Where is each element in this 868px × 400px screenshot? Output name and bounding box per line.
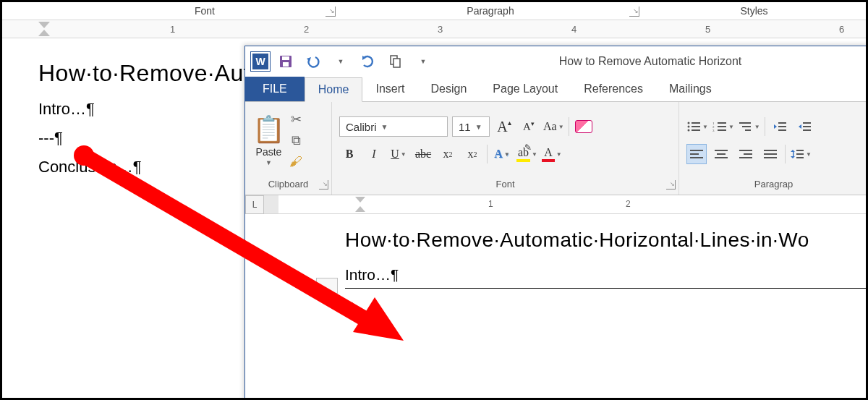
fg-ruler-row: L 1 2 bbox=[245, 195, 868, 214]
font-name-combo[interactable]: Calibri▼ bbox=[339, 116, 448, 137]
bullets-button[interactable]: ▼ bbox=[686, 116, 708, 137]
svg-rect-33 bbox=[744, 153, 752, 155]
svg-rect-29 bbox=[715, 150, 728, 151]
dialog-launcher-icon[interactable]: ↘ bbox=[666, 180, 676, 190]
justify-button[interactable] bbox=[760, 144, 780, 164]
tab-design[interactable]: Design bbox=[418, 77, 480, 101]
svg-rect-18 bbox=[742, 126, 751, 127]
title-bar: W ▼ ▼ How to Remove Automatic Horizont bbox=[245, 46, 868, 77]
highlight-button[interactable]: ab ✎▼ bbox=[516, 144, 537, 164]
ribbon-tabs: FILE Home Insert Design Page Layout Refe… bbox=[245, 77, 868, 101]
svg-rect-39 bbox=[796, 150, 804, 151]
superscript-button[interactable]: x2 bbox=[462, 144, 482, 164]
shrink-font-button[interactable]: A▾ bbox=[519, 116, 539, 137]
svg-rect-8 bbox=[692, 126, 700, 127]
svg-rect-2 bbox=[283, 62, 289, 67]
word-app-icon[interactable]: W bbox=[251, 52, 270, 71]
numbering-button[interactable]: 123▼ bbox=[712, 116, 734, 137]
fg-doc-heading[interactable]: How·to·Remove·Automatic·Horizontal·Lines… bbox=[345, 229, 868, 252]
ruler-tick: 2 bbox=[304, 24, 309, 35]
group-clipboard: 📋 Paste ▼ ✂ ⧉ 🖌 Clipboard↘ bbox=[245, 102, 332, 195]
first-line-indent-marker[interactable] bbox=[38, 22, 50, 28]
fg-document-canvas[interactable]: How·to·Remove·Automatic·Horizontal·Lines… bbox=[245, 216, 868, 400]
hanging-indent-marker[interactable] bbox=[38, 30, 50, 36]
ruler-tick: 1 bbox=[488, 199, 493, 209]
undo-dropdown-icon[interactable]: ▼ bbox=[329, 50, 352, 73]
tab-file[interactable]: FILE bbox=[245, 77, 305, 101]
bg-horizontal-ruler[interactable]: 1 2 3 4 5 6 bbox=[2, 20, 866, 38]
paste-icon[interactable]: 📋 bbox=[252, 114, 285, 145]
cut-icon[interactable]: ✂ bbox=[291, 111, 302, 127]
fg-doc-line-blank[interactable]: ¶ bbox=[345, 299, 868, 316]
svg-rect-14 bbox=[718, 126, 726, 127]
text-effects-button[interactable]: A▼ bbox=[492, 144, 512, 164]
tab-insert[interactable]: Insert bbox=[362, 77, 417, 101]
ruler-tick: 6 bbox=[839, 24, 844, 35]
increase-indent-button[interactable] bbox=[794, 116, 814, 137]
dialog-launcher-icon[interactable]: ↘ bbox=[629, 7, 639, 17]
fg-doc-line-intro[interactable]: Intro…¶ bbox=[345, 266, 868, 284]
paste-dropdown-icon[interactable]: ▼ bbox=[265, 159, 272, 166]
format-painter-icon[interactable]: 🖌 bbox=[289, 154, 302, 169]
multilevel-list-button[interactable]: ▼ bbox=[739, 116, 760, 137]
align-left-button[interactable] bbox=[686, 144, 707, 164]
dialog-launcher-icon[interactable]: ↘ bbox=[319, 180, 328, 190]
svg-rect-27 bbox=[690, 153, 699, 155]
svg-rect-35 bbox=[764, 150, 777, 151]
underline-button[interactable]: U▼ bbox=[388, 144, 409, 164]
ruler-tick: 3 bbox=[438, 24, 443, 35]
svg-text:3: 3 bbox=[712, 129, 715, 132]
tab-page-layout[interactable]: Page Layout bbox=[480, 77, 571, 101]
undo-icon[interactable] bbox=[302, 50, 325, 73]
bold-button[interactable]: B bbox=[339, 144, 359, 164]
italic-button[interactable]: I bbox=[364, 144, 384, 164]
strikethrough-button[interactable]: abc bbox=[413, 144, 433, 164]
font-color-button[interactable]: A▼ bbox=[542, 144, 562, 164]
svg-rect-31 bbox=[715, 157, 728, 158]
bg-group-styles-label: Styles bbox=[642, 5, 866, 17]
line-spacing-button[interactable]: ▼ bbox=[790, 144, 812, 164]
svg-rect-10 bbox=[692, 129, 700, 131]
eraser-icon bbox=[575, 120, 592, 133]
fg-horizontal-ruler[interactable]: 1 2 bbox=[264, 195, 868, 213]
first-line-indent-marker[interactable] bbox=[355, 197, 365, 203]
svg-rect-17 bbox=[739, 122, 751, 124]
svg-rect-40 bbox=[796, 153, 804, 155]
hanging-indent-marker[interactable] bbox=[355, 206, 365, 212]
subscript-button[interactable]: x2 bbox=[438, 144, 458, 164]
svg-point-5 bbox=[688, 122, 690, 124]
dialog-launcher-icon[interactable]: ↘ bbox=[326, 7, 336, 17]
group-paragraph: ▼ 123▼ ▼ ▼ bbox=[679, 102, 868, 195]
ruler-tick: 4 bbox=[571, 24, 576, 35]
align-center-button[interactable] bbox=[711, 144, 731, 164]
ribbon-home: 📋 Paste ▼ ✂ ⧉ 🖌 Clipboard↘ bbox=[245, 101, 868, 195]
bg-group-font-label: Font↘ bbox=[71, 5, 339, 17]
change-case-button[interactable]: Aa▼ bbox=[543, 116, 564, 137]
bg-group-paragraph-label: Paragraph↘ bbox=[339, 5, 642, 17]
group-font: Calibri▼ 11▼ A▴ A▾ Aa▼ bbox=[332, 102, 679, 195]
redo-icon[interactable] bbox=[357, 50, 380, 73]
tab-selector[interactable]: L bbox=[245, 195, 264, 214]
tab-mailings[interactable]: Mailings bbox=[656, 77, 725, 101]
copy-icon[interactable]: ⧉ bbox=[292, 133, 301, 148]
automatic-horizontal-line[interactable] bbox=[345, 288, 866, 289]
touch-mode-icon[interactable] bbox=[384, 50, 407, 73]
tab-references[interactable]: References bbox=[571, 77, 656, 101]
ruler-tick: 2 bbox=[626, 199, 631, 209]
paste-options-icon[interactable] bbox=[316, 278, 338, 294]
svg-rect-36 bbox=[764, 153, 777, 155]
tab-home[interactable]: Home bbox=[305, 77, 363, 102]
paste-button[interactable]: Paste bbox=[256, 146, 282, 158]
align-right-button[interactable] bbox=[736, 144, 756, 164]
foreground-word-window: W ▼ ▼ How to Remove Automatic Horizont F… bbox=[244, 46, 868, 400]
group-font-label: Font↘ bbox=[332, 179, 678, 195]
font-size-combo[interactable]: 11▼ bbox=[452, 116, 490, 137]
qat-customize-icon[interactable]: ▼ bbox=[412, 50, 435, 73]
svg-rect-24 bbox=[803, 126, 811, 127]
grow-font-button[interactable]: A▴ bbox=[494, 116, 514, 137]
svg-rect-28 bbox=[690, 157, 703, 158]
clear-formatting-button[interactable] bbox=[574, 116, 594, 137]
save-icon[interactable] bbox=[274, 50, 297, 73]
svg-rect-6 bbox=[692, 122, 700, 124]
decrease-indent-button[interactable] bbox=[770, 116, 790, 137]
